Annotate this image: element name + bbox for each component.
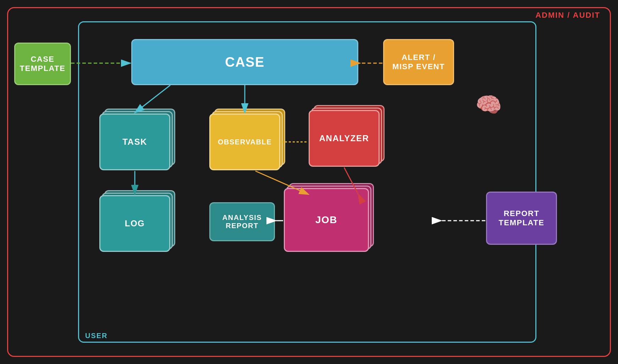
job-node[interactable]: JOB xyxy=(284,188,369,252)
user-label: USER xyxy=(85,332,108,340)
analysis-report-node[interactable]: ANALYSIS REPORT xyxy=(209,202,275,241)
case-template-node[interactable]: CASE TEMPLATE xyxy=(14,43,71,85)
log-node[interactable]: LOG xyxy=(99,195,170,252)
brain-icon: 🧠 xyxy=(475,92,502,117)
task-node[interactable]: TASK xyxy=(99,114,170,170)
case-node[interactable]: CASE xyxy=(131,39,358,85)
observable-node[interactable]: OBSERVABLE xyxy=(209,114,280,170)
admin-audit-label: ADMIN / AUDIT xyxy=(535,11,600,20)
alert-node[interactable]: ALERT / MISP EVENT xyxy=(383,39,454,85)
diagram-container: ADMIN / AUDIT USER CASE CASE TEMPLATE AL… xyxy=(0,0,618,364)
report-template-node[interactable]: REPORT TEMPLATE xyxy=(486,192,557,245)
analyzer-node[interactable]: ANALYZER xyxy=(309,110,380,167)
